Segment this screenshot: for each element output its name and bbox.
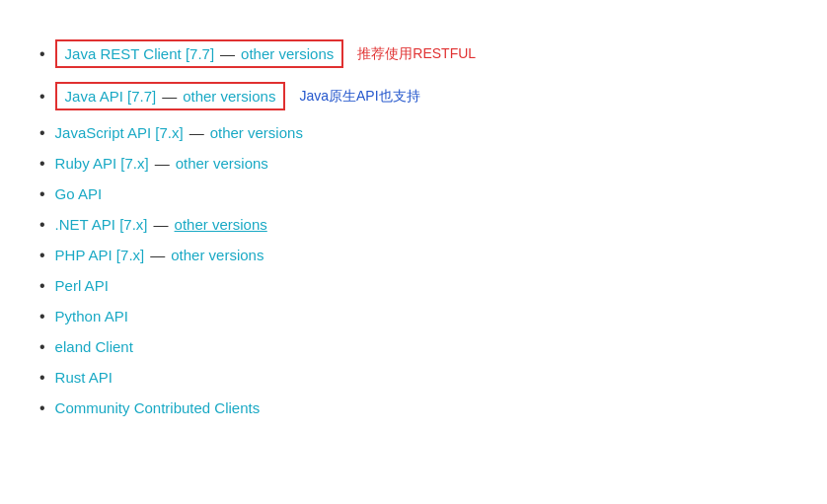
bullet-icon: • <box>39 248 45 263</box>
list-item: •Python API <box>39 308 788 324</box>
ruby-api-content: Ruby API [7.x] — other versions <box>55 155 268 172</box>
bullet-icon: • <box>39 370 45 386</box>
bullet-icon: • <box>39 186 45 202</box>
community-clients-link[interactable]: Community Contributed Clients <box>55 399 261 416</box>
eland-client-content: eland Client <box>55 338 133 355</box>
item-row: Python API <box>55 308 128 324</box>
go-api-content: Go API <box>55 185 103 202</box>
php-api-content: PHP API [7.x] — other versions <box>55 247 264 263</box>
list-item: •Go API <box>39 185 788 202</box>
java-rest-client-box: Java REST Client [7.7] — other versions <box>55 39 344 68</box>
item-row: Ruby API [7.x] — other versions <box>55 155 268 172</box>
php-api-link[interactable]: PHP API [7.x] <box>55 247 145 263</box>
java-api-box: Java API [7.7] — other versions <box>55 82 286 110</box>
bullet-icon: • <box>39 400 45 416</box>
api-list: •Java REST Client [7.7] — other versions… <box>39 39 788 416</box>
list-item: •JavaScript API [7.x] — other versions <box>39 124 788 141</box>
item-row: Community Contributed Clients <box>55 399 261 416</box>
java-api-annotation: Java原生API也支持 <box>299 88 419 106</box>
java-api-other-versions-link[interactable]: other versions <box>183 88 275 105</box>
net-api-content: .NET API [7.x] — other versions <box>55 216 267 233</box>
community-clients-content: Community Contributed Clients <box>55 399 261 416</box>
bullet-icon: • <box>39 125 45 141</box>
item-row: Perl API <box>55 277 109 294</box>
item-row: Java API [7.7] — other versionsJava原生API… <box>55 82 420 110</box>
javascript-api-content: JavaScript API [7.x] — other versions <box>55 124 303 141</box>
item-row: .NET API [7.x] — other versions <box>55 216 267 233</box>
separator: — <box>150 247 165 263</box>
item-row: JavaScript API [7.x] — other versions <box>55 124 303 141</box>
list-item: •Perl API <box>39 277 788 294</box>
bullet-icon: • <box>39 89 45 105</box>
bullet-icon: • <box>39 309 45 324</box>
item-row: PHP API [7.x] — other versions <box>55 247 264 263</box>
bullet-icon: • <box>39 339 45 355</box>
net-api-other-versions-link[interactable]: other versions <box>175 216 267 233</box>
item-row: Rust API <box>55 369 113 386</box>
bullet-icon: • <box>39 46 45 62</box>
list-item: •eland Client <box>39 338 788 355</box>
net-api-link[interactable]: .NET API [7.x] <box>55 216 148 233</box>
ruby-api-other-versions-link[interactable]: other versions <box>176 155 268 172</box>
separator: — <box>220 45 235 62</box>
python-api-content: Python API <box>55 308 128 324</box>
java-rest-client-annotation: 推荐使用RESTFUL <box>357 45 476 63</box>
list-item: •PHP API [7.x] — other versions <box>39 247 788 263</box>
go-api-link[interactable]: Go API <box>55 185 103 202</box>
item-row: eland Client <box>55 338 133 355</box>
separator: — <box>162 88 177 105</box>
javascript-api-other-versions-link[interactable]: other versions <box>210 124 303 141</box>
list-item: •.NET API [7.x] — other versions <box>39 216 788 233</box>
item-row: Go API <box>55 185 103 202</box>
list-item: •Ruby API [7.x] — other versions <box>39 155 788 172</box>
content-area: •Java REST Client [7.7] — other versions… <box>39 20 788 416</box>
php-api-other-versions-link[interactable]: other versions <box>171 247 263 263</box>
javascript-api-link[interactable]: JavaScript API [7.x] <box>55 124 184 141</box>
separator: — <box>155 155 170 172</box>
perl-api-link[interactable]: Perl API <box>55 277 109 294</box>
separator: — <box>189 124 204 141</box>
eland-client-link[interactable]: eland Client <box>55 338 133 355</box>
list-item: •Java API [7.7] — other versionsJava原生AP… <box>39 82 788 110</box>
perl-api-content: Perl API <box>55 277 109 294</box>
java-rest-client-link[interactable]: Java REST Client [7.7] <box>65 45 214 62</box>
bullet-icon: • <box>39 217 45 233</box>
java-rest-client-other-versions-link[interactable]: other versions <box>241 45 334 62</box>
separator: — <box>154 216 169 233</box>
list-item: •Rust API <box>39 369 788 386</box>
list-item: •Community Contributed Clients <box>39 399 788 416</box>
rust-api-link[interactable]: Rust API <box>55 369 113 386</box>
item-row: Java REST Client [7.7] — other versions推… <box>55 39 476 68</box>
bullet-icon: • <box>39 278 45 294</box>
list-item: •Java REST Client [7.7] — other versions… <box>39 39 788 68</box>
rust-api-content: Rust API <box>55 369 113 386</box>
python-api-link[interactable]: Python API <box>55 308 128 324</box>
bullet-icon: • <box>39 156 45 172</box>
ruby-api-link[interactable]: Ruby API [7.x] <box>55 155 149 172</box>
java-api-link[interactable]: Java API [7.7] <box>65 88 157 105</box>
